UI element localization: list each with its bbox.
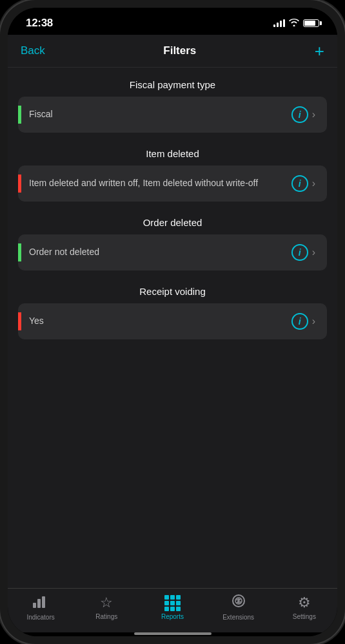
content-area: Fiscal payment type Fiscal i › Item dele… <box>8 68 337 588</box>
filter-card-order-deleted: Order not deleted i › <box>18 234 327 270</box>
svg-rect-0 <box>33 603 36 608</box>
section-title-order-deleted: Order deleted <box>8 205 337 234</box>
filter-text-fiscal: Fiscal <box>29 108 291 121</box>
info-button-order-deleted[interactable]: i <box>291 244 308 261</box>
filter-card-item-deleted: Item deleted and written off, Item delet… <box>18 166 327 202</box>
accent-bar-green <box>18 106 21 124</box>
tab-label-extensions: Extensions <box>222 614 254 621</box>
filter-actions-receipt: i › <box>291 313 318 330</box>
gear-icon: ⚙ <box>298 594 311 611</box>
info-button-fiscal[interactable]: i <box>291 106 308 123</box>
add-filter-button[interactable]: + <box>315 43 324 59</box>
indicators-icon <box>33 594 48 612</box>
filter-text-order-deleted: Order not deleted <box>29 246 291 259</box>
tab-settings[interactable]: ⚙ Settings <box>285 594 324 620</box>
svg-rect-2 <box>42 596 45 608</box>
section-item-deleted: Item deleted Item deleted and written of… <box>8 137 337 202</box>
chevron-icon-receipt: › <box>312 316 315 327</box>
back-button[interactable]: Back <box>21 44 45 57</box>
chevron-icon-item-deleted: › <box>312 178 315 189</box>
accent-bar-green-2 <box>18 243 21 261</box>
tab-label-ratings: Ratings <box>95 613 117 620</box>
filter-item-order-deleted[interactable]: Order not deleted i › <box>18 234 327 270</box>
phone-frame: 12:38 <box>0 0 345 644</box>
tab-reports[interactable]: Reports <box>153 595 192 620</box>
nav-title: Filters <box>163 44 196 57</box>
filter-text-receipt: Yes <box>29 315 291 328</box>
tab-bar: Indicators ☆ Ratings Reports <box>8 588 337 632</box>
section-receipt-voiding: Receipt voiding Yes i › <box>8 274 337 339</box>
nav-bar: Back Filters + <box>8 35 337 68</box>
status-icons <box>273 18 319 28</box>
dynamic-island <box>134 9 212 31</box>
chevron-icon-fiscal: › <box>312 109 315 120</box>
section-title-item-deleted: Item deleted <box>8 137 337 166</box>
tab-ratings[interactable]: ☆ Ratings <box>87 594 126 620</box>
filter-actions-order-deleted: i › <box>291 244 318 261</box>
star-icon: ☆ <box>100 594 113 611</box>
filter-card-receipt: Yes i › <box>18 303 327 339</box>
grid-icon <box>164 595 181 611</box>
info-button-item-deleted[interactable]: i <box>291 175 308 192</box>
accent-bar-red-1 <box>18 175 21 193</box>
info-button-receipt[interactable]: i <box>291 313 308 330</box>
tab-label-reports: Reports <box>161 613 184 620</box>
filter-item-fiscal[interactable]: Fiscal i › <box>18 97 327 133</box>
phone-screen: 12:38 <box>8 8 337 636</box>
tab-label-settings: Settings <box>293 613 316 620</box>
svg-rect-1 <box>37 599 41 608</box>
tab-label-indicators: Indicators <box>26 614 54 621</box>
section-title-fiscal: Fiscal payment type <box>8 68 337 97</box>
chevron-icon-order-deleted: › <box>312 247 315 258</box>
coin-icon <box>232 594 246 612</box>
signal-icon <box>273 19 285 27</box>
accent-bar-red-2 <box>18 312 21 330</box>
wifi-icon <box>289 18 299 28</box>
filter-actions-item-deleted: i › <box>291 175 318 192</box>
filter-item-receipt[interactable]: Yes i › <box>18 303 327 339</box>
battery-icon <box>303 19 319 27</box>
home-indicator <box>8 632 337 636</box>
filter-actions-fiscal: i › <box>291 106 318 123</box>
section-title-receipt: Receipt voiding <box>8 274 337 303</box>
status-time: 12:38 <box>26 17 53 30</box>
filter-text-item-deleted: Item deleted and written off, Item delet… <box>29 177 291 190</box>
tab-extensions[interactable]: Extensions <box>219 594 258 621</box>
filter-card-fiscal: Fiscal i › <box>18 97 327 133</box>
section-fiscal-payment-type: Fiscal payment type Fiscal i › <box>8 68 337 133</box>
tab-indicators[interactable]: Indicators <box>21 594 60 621</box>
section-order-deleted: Order deleted Order not deleted i › <box>8 205 337 270</box>
filter-item-deleted[interactable]: Item deleted and written off, Item delet… <box>18 166 327 202</box>
